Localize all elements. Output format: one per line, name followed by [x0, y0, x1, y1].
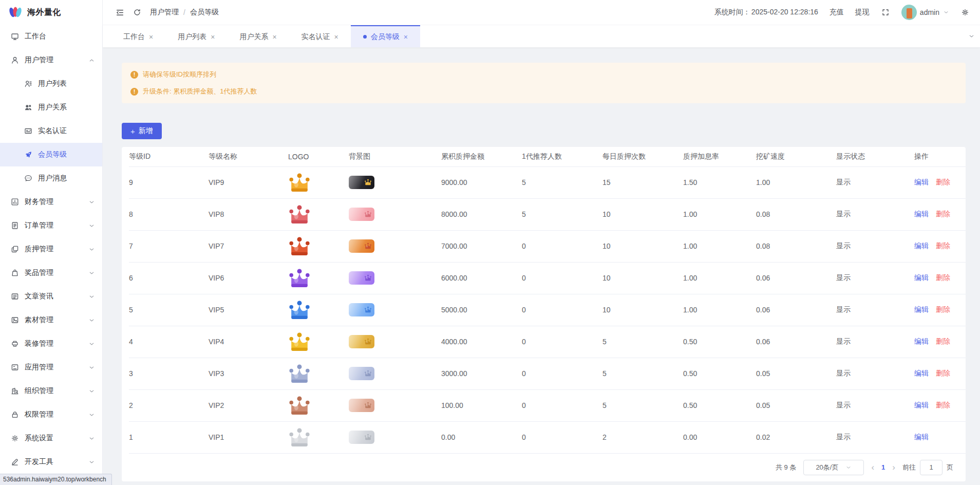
- page-content: ! 请确保等级ID按顺序排列 ! 升级条件: 累积质押金额、1代推荐人数 + 新…: [103, 47, 980, 485]
- edit-link[interactable]: 编辑: [914, 337, 929, 345]
- level-id-cell: 3: [129, 358, 209, 389]
- sidebar-item-label: 系统设置: [25, 434, 88, 443]
- pagination: 共 9 条 20条/页 ‹ 1 › 前往 页: [129, 454, 966, 481]
- add-button[interactable]: + 新增: [122, 123, 162, 139]
- chevron-down-icon: [88, 293, 95, 300]
- sidebar-item-user-relations[interactable]: 用户关系: [0, 96, 102, 119]
- user-menu[interactable]: admin: [901, 5, 949, 20]
- crown-logo-icon: [288, 427, 349, 447]
- breadcrumb-parent[interactable]: 用户管理: [150, 8, 179, 17]
- username: admin: [920, 8, 939, 16]
- avatar[interactable]: [901, 5, 917, 20]
- tab-label: 工作台: [123, 32, 145, 42]
- crown-icon: [364, 338, 372, 345]
- prize-icon: [10, 268, 20, 277]
- tab-real-name-auth[interactable]: 实名认证×: [289, 25, 351, 47]
- sidebar-item-materials[interactable]: 素材管理: [0, 308, 102, 332]
- delete-link[interactable]: 删除: [936, 178, 950, 186]
- tabs-more-icon[interactable]: [967, 25, 976, 47]
- delete-link[interactable]: 删除: [936, 241, 950, 250]
- sidebar-item-label: 工作台: [25, 32, 95, 41]
- chevron-down-icon: [88, 364, 95, 371]
- sidebar-item-system-settings[interactable]: 系统设置: [0, 426, 102, 450]
- edit-link[interactable]: 编辑: [914, 305, 929, 313]
- sidebar-item-label: 财务管理: [25, 197, 88, 207]
- edit-link[interactable]: 编辑: [914, 273, 929, 282]
- material-icon: [10, 315, 20, 325]
- goto-page-input[interactable]: [920, 460, 943, 475]
- tab-user-list[interactable]: 用户列表×: [165, 25, 227, 47]
- next-page-button[interactable]: ›: [892, 463, 895, 472]
- delete-link[interactable]: 删除: [936, 369, 950, 377]
- actions-cell: 编辑删除: [914, 294, 966, 326]
- delete-link[interactable]: 删除: [936, 273, 950, 282]
- crown-logo-icon: [288, 172, 349, 193]
- column-header-daily_pledge_times: 每日质押次数: [602, 147, 683, 166]
- sidebar-item-prizes[interactable]: 奖品管理: [0, 261, 102, 285]
- level-name-cell: VIP9: [209, 166, 288, 198]
- level-background-cell: [349, 230, 441, 262]
- delete-link[interactable]: 删除: [936, 210, 950, 218]
- close-icon[interactable]: ×: [404, 33, 408, 41]
- chevron-down-icon: [88, 316, 95, 324]
- sidebar-item-organization[interactable]: 组织管理: [0, 379, 102, 403]
- sidebar-item-user-messages[interactable]: 用户消息: [0, 166, 102, 190]
- edit-link[interactable]: 编辑: [914, 369, 929, 377]
- refresh-icon[interactable]: [133, 8, 142, 17]
- display-status-cell: 显示: [836, 198, 914, 230]
- tab-member-level[interactable]: 会员等级×: [351, 25, 420, 47]
- crown-icon: [364, 242, 372, 249]
- close-icon[interactable]: ×: [272, 33, 276, 41]
- sidebar-item-dev-tools[interactable]: 开发工具: [0, 450, 102, 474]
- close-icon[interactable]: ×: [211, 33, 215, 41]
- withdraw-button[interactable]: 提现: [855, 8, 870, 17]
- recharge-button[interactable]: 充值: [830, 8, 844, 17]
- table-row: 5VIP55000.000101.000.06显示编辑删除: [129, 294, 966, 326]
- pledge-amount-cell: 4000.00: [441, 326, 522, 358]
- sidebar-item-decoration[interactable]: 装修管理: [0, 332, 102, 356]
- page-size-select[interactable]: 20条/页: [803, 460, 864, 475]
- chevron-down-icon: [845, 464, 852, 471]
- page-number[interactable]: 1: [881, 463, 885, 471]
- prev-page-button[interactable]: ‹: [871, 463, 874, 472]
- sidebar-item-real-name-auth[interactable]: 实名认证: [0, 119, 102, 143]
- sidebar-item-workbench[interactable]: 工作台: [0, 25, 102, 48]
- edit-link[interactable]: 编辑: [914, 178, 929, 186]
- menu-fold-icon[interactable]: [115, 8, 124, 17]
- delete-link[interactable]: 删除: [936, 337, 950, 345]
- interest-rate-cell: 1.00: [683, 230, 756, 262]
- edit-link[interactable]: 编辑: [914, 241, 929, 250]
- warning-icon: !: [130, 71, 138, 79]
- mining-speed-cell: 0.08: [756, 230, 836, 262]
- sidebar-item-user-list[interactable]: 用户列表: [0, 72, 102, 96]
- tab-workbench[interactable]: 工作台×: [111, 25, 165, 47]
- column-header-name: 等级名称: [209, 147, 288, 166]
- close-icon[interactable]: ×: [334, 33, 338, 41]
- sidebar-item-apps[interactable]: 应用管理: [0, 356, 102, 379]
- sidebar-item-label: 文章资讯: [25, 292, 88, 301]
- crown-icon: [364, 306, 372, 313]
- close-icon[interactable]: ×: [149, 33, 153, 41]
- delete-link[interactable]: 删除: [936, 401, 950, 409]
- pledge-amount-cell: 8000.00: [441, 198, 522, 230]
- level-background-cell: [349, 358, 441, 389]
- sidebar-item-orders[interactable]: 订单管理: [0, 214, 102, 237]
- tab-user-relations[interactable]: 用户关系×: [227, 25, 289, 47]
- fullscreen-icon[interactable]: [881, 8, 890, 17]
- sidebar-item-articles[interactable]: 文章资讯: [0, 285, 102, 308]
- edit-link[interactable]: 编辑: [914, 210, 929, 218]
- actions-cell: 编辑删除: [914, 326, 966, 358]
- sidebar-item-user-management[interactable]: 用户管理: [0, 48, 102, 72]
- sidebar-item-label: 用户消息: [38, 174, 95, 183]
- edit-link[interactable]: 编辑: [914, 401, 929, 409]
- sidebar-item-pledge[interactable]: 质押管理: [0, 237, 102, 261]
- sidebar-item-finance[interactable]: 财务管理: [0, 190, 102, 214]
- level-id-cell: 8: [129, 198, 209, 230]
- sidebar-item-permissions[interactable]: 权限管理: [0, 403, 102, 426]
- gear-icon[interactable]: [960, 8, 970, 17]
- edit-link[interactable]: 编辑: [914, 433, 929, 441]
- sidebar-item-member-level[interactable]: 会员等级: [0, 143, 102, 166]
- delete-link[interactable]: 删除: [936, 305, 950, 313]
- background-image: [349, 367, 374, 380]
- daily-pledge-cell: 10: [602, 294, 683, 326]
